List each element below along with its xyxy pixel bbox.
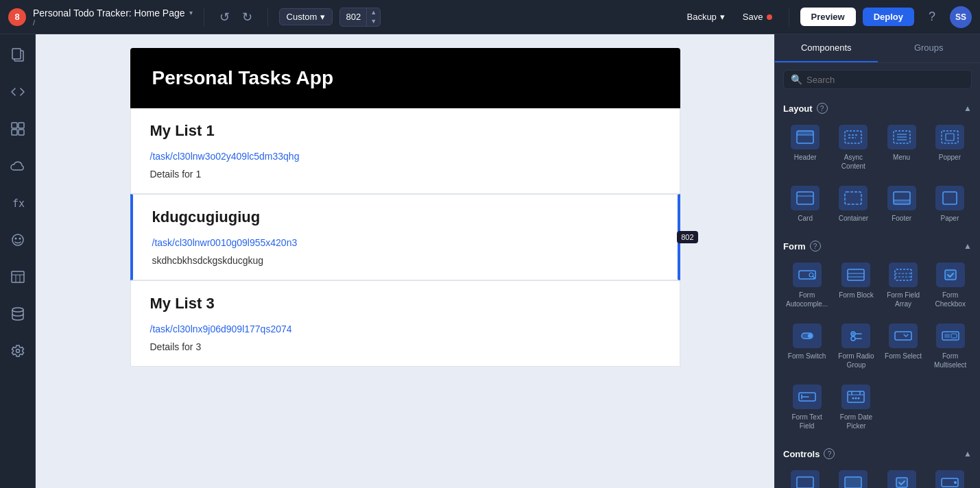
form-checkbox-label: Form Checkbox [931, 291, 969, 308]
form-select-icon [889, 324, 918, 348]
width-input-wrap: ▲ ▼ [339, 8, 381, 27]
form-collapse-button[interactable]: ▲ [964, 241, 972, 251]
control-item-1[interactable] [783, 465, 827, 488]
svg-rect-65 [797, 477, 813, 488]
undo-redo-group: ↺ ↻ [215, 7, 256, 27]
control-item-4[interactable] [928, 465, 972, 488]
preview-button[interactable]: Preview [800, 8, 856, 26]
component-card[interactable]: Card [783, 180, 827, 228]
component-form-multiselect[interactable]: Form Multiselect [929, 318, 972, 375]
page-title-area: Personal Todo Tracker: Home Page ▾ / [33, 8, 193, 27]
form-grid: Form Autocomple... Form Block [783, 257, 972, 436]
list2-link[interactable]: /task/cl30lnwr0010g09l955x420n3 [152, 237, 658, 248]
async-content-icon [839, 125, 868, 149]
controls-grid [783, 465, 972, 488]
form-multiselect-label: Form Multiselect [931, 352, 969, 369]
deploy-button[interactable]: Deploy [863, 8, 914, 26]
tab-components[interactable]: Components [775, 34, 878, 62]
component-form-text-field[interactable]: Form Text Field [783, 379, 830, 436]
list-card-3[interactable]: My List 3 /task/cl30lnx9j06d909l177qs207… [130, 280, 680, 367]
panel-content: Layout ? ▲ Header [775, 96, 980, 488]
sidebar-icon-table[interactable] [5, 265, 30, 289]
sidebar-icon-cloud[interactable] [5, 154, 30, 178]
component-form-block[interactable]: Form Block [835, 257, 878, 314]
controls-collapse-button[interactable]: ▲ [964, 449, 972, 459]
component-async-content[interactable]: Async Content [831, 119, 875, 176]
undo-button[interactable]: ↺ [215, 7, 234, 27]
svg-rect-27 [797, 192, 813, 204]
layout-collapse-button[interactable]: ▲ [964, 103, 972, 113]
width-increment-button[interactable]: ▲ [367, 8, 380, 17]
sidebar-icon-database[interactable] [5, 302, 30, 326]
canvas-area: Personal Tasks App My List 1 /task/cl30l… [36, 34, 774, 488]
component-header[interactable]: Header [783, 119, 827, 176]
sidebar-icon-page[interactable] [5, 42, 30, 67]
svg-rect-53 [944, 334, 950, 338]
svg-rect-4 [19, 130, 24, 135]
svg-rect-37 [848, 269, 864, 280]
svg-rect-26 [946, 134, 954, 141]
component-form-field-array[interactable]: Form Field Array [882, 257, 925, 314]
list1-title: My List 1 [150, 122, 660, 140]
component-form-checkbox[interactable]: Form Checkbox [929, 257, 972, 314]
list-card-1[interactable]: My List 1 /task/cl30lnw3o02y409lc5dm33qh… [130, 108, 680, 194]
controls-title-wrap: Controls ? [783, 448, 835, 459]
app-header-block: Personal Tasks App [130, 48, 680, 108]
component-footer[interactable]: Footer [880, 180, 924, 228]
form-radio-group-label: Form Radio Group [837, 352, 875, 369]
form-section-header: Form ? ▲ [783, 234, 972, 257]
list-card-2[interactable]: kdugcugiugiug /task/cl30lnwr0010g09l955x… [130, 194, 680, 280]
app-badge: 8 [8, 8, 26, 26]
component-form-switch[interactable]: Form Switch [783, 318, 830, 375]
save-button[interactable]: Save [737, 9, 778, 25]
component-popper[interactable]: Popper [928, 119, 972, 176]
component-form-radio-group[interactable]: Form Radio Group [835, 318, 878, 375]
save-label: Save [743, 12, 763, 22]
form-help-icon[interactable]: ? [810, 241, 821, 252]
paper-label: Paper [941, 214, 959, 223]
width-decrement-button[interactable]: ▼ [367, 17, 380, 26]
viewport-label: Custom [287, 12, 318, 22]
menu-icon [887, 125, 916, 149]
svg-point-14 [16, 350, 19, 353]
list3-link[interactable]: /task/cl30lnx9j06d909l177qs2074 [150, 324, 660, 334]
component-paper[interactable]: Paper [928, 180, 972, 228]
menu-label: Menu [893, 153, 910, 162]
form-select-label: Form Select [885, 352, 922, 361]
canvas-inner: Personal Tasks App My List 1 /task/cl30l… [130, 48, 680, 367]
layout-help-icon[interactable]: ? [817, 103, 828, 114]
search-input[interactable] [806, 75, 964, 85]
viewport-chevron-icon: ▾ [320, 12, 325, 22]
viewport-dropdown[interactable]: Custom ▾ [279, 8, 333, 25]
paper-icon [935, 186, 964, 210]
sidebar-icon-components[interactable] [5, 117, 30, 141]
list1-link[interactable]: /task/cl30lnw3o02y409lc5dm33qhg [150, 151, 660, 162]
component-menu[interactable]: Menu [880, 119, 924, 176]
component-form-autocomplete[interactable]: Form Autocomple... [783, 257, 830, 314]
controls-section-title: Controls [783, 449, 820, 459]
controls-help-icon[interactable]: ? [824, 448, 835, 459]
sidebar-icon-function[interactable]: fx [5, 191, 30, 215]
svg-point-69 [954, 481, 957, 484]
control-item-3[interactable] [880, 465, 924, 488]
help-button[interactable]: ? [921, 6, 943, 28]
svg-point-6 [12, 234, 23, 245]
tab-groups[interactable]: Groups [878, 34, 981, 62]
page-title-main[interactable]: Personal Todo Tracker: Home Page ▾ [33, 8, 193, 19]
sidebar-icon-settings[interactable] [5, 339, 30, 363]
component-form-select[interactable]: Form Select [882, 318, 925, 375]
sidebar-icon-palette[interactable] [5, 228, 30, 252]
component-container[interactable]: Container [831, 180, 875, 228]
component-form-date-picker[interactable]: Form Date Picker [835, 379, 878, 436]
separator3 [789, 8, 789, 27]
svg-rect-18 [845, 131, 861, 143]
redo-button[interactable]: ↻ [238, 7, 256, 27]
form-field-array-label: Form Field Array [885, 291, 922, 308]
form-autocomplete-label: Form Autocomple... [786, 291, 828, 308]
width-input[interactable] [340, 9, 366, 25]
control-item-2[interactable] [831, 465, 875, 488]
avatar[interactable]: SS [950, 6, 972, 28]
sidebar-icon-code[interactable] [5, 80, 30, 104]
backup-button[interactable]: Backup ▾ [681, 9, 730, 25]
main-layout: fx [0, 34, 980, 488]
